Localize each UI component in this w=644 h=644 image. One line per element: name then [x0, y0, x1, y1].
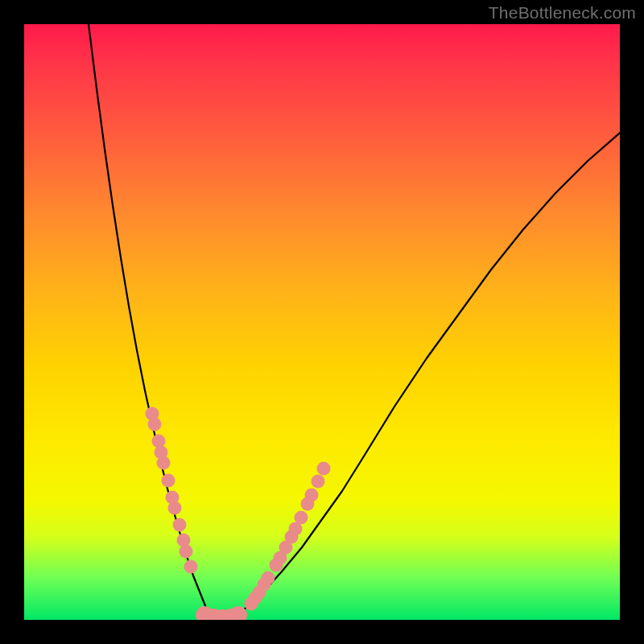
marker-left [148, 418, 162, 431]
marker-right [317, 462, 331, 476]
marker-left [184, 560, 198, 574]
marker-right [262, 572, 275, 585]
marker-left [162, 474, 175, 488]
plot-area [24, 24, 620, 620]
curve-left-curve [89, 24, 211, 616]
chart-svg [24, 24, 620, 620]
chart-frame: TheBottleneck.com [0, 0, 644, 644]
marker-right [312, 475, 325, 489]
marker-left [173, 518, 187, 532]
marker-left [168, 502, 182, 515]
marker-left [157, 456, 171, 470]
marker-left [152, 435, 166, 448]
watermark-text: TheBottleneck.com [489, 3, 636, 23]
marker-right [295, 511, 308, 525]
marker-right [305, 489, 319, 502]
marker-left [177, 534, 191, 547]
marker-left [180, 545, 193, 559]
